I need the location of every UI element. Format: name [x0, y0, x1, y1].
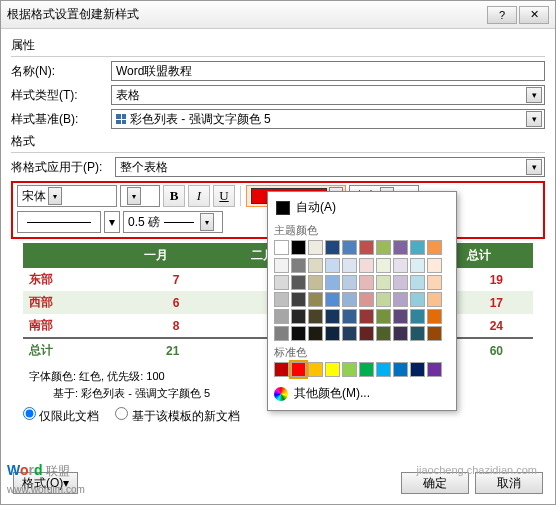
color-swatch[interactable] [427, 326, 442, 341]
palette-icon [274, 387, 288, 401]
chevron-down-icon: ▾ [526, 87, 542, 103]
color-swatch[interactable] [274, 275, 289, 290]
color-swatch[interactable] [291, 292, 306, 307]
italic-button[interactable]: I [188, 185, 210, 207]
color-swatch[interactable] [393, 258, 408, 273]
help-button[interactable]: ? [487, 6, 517, 24]
color-swatch[interactable] [342, 240, 357, 255]
style-type-combo[interactable]: 表格 ▾ [111, 85, 545, 105]
watermark-wordlm: Word 联盟 www.wordlm.com [7, 462, 85, 496]
color-swatch[interactable] [274, 292, 289, 307]
color-swatch[interactable] [342, 292, 357, 307]
more-colors-item[interactable]: 其他颜色(M)... [272, 381, 452, 406]
color-swatch[interactable] [410, 362, 425, 377]
bold-button[interactable]: B [163, 185, 185, 207]
radio-template[interactable]: 基于该模板的新文档 [115, 407, 239, 425]
color-swatch[interactable] [274, 258, 289, 273]
color-swatch[interactable] [393, 292, 408, 307]
color-swatch[interactable] [427, 240, 442, 255]
black-swatch-icon [276, 201, 290, 215]
color-swatch[interactable] [291, 258, 306, 273]
color-swatch[interactable] [325, 309, 340, 324]
color-swatch[interactable] [291, 309, 306, 324]
color-swatch[interactable] [410, 292, 425, 307]
color-swatch[interactable] [410, 258, 425, 273]
label-apply-to: 将格式应用于(P): [11, 159, 115, 176]
style-base-combo[interactable]: 彩色列表 - 强调文字颜色 5 ▾ [111, 109, 545, 129]
color-swatch[interactable] [308, 275, 323, 290]
color-swatch[interactable] [308, 326, 323, 341]
color-swatch[interactable] [342, 275, 357, 290]
color-swatch[interactable] [291, 275, 306, 290]
close-button[interactable]: ✕ [519, 6, 549, 24]
color-swatch[interactable] [359, 292, 374, 307]
color-swatch[interactable] [427, 292, 442, 307]
color-swatch[interactable] [291, 240, 306, 255]
border-weight-combo[interactable]: 0.5 磅 ▾ [123, 211, 223, 233]
color-swatch[interactable] [325, 362, 340, 377]
radio-this-doc[interactable]: 仅限此文档 [23, 407, 99, 425]
color-swatch[interactable] [274, 240, 289, 255]
color-swatch[interactable] [376, 275, 391, 290]
color-swatch[interactable] [325, 292, 340, 307]
color-swatch[interactable] [325, 275, 340, 290]
apply-to-combo[interactable]: 整个表格 ▾ [115, 157, 545, 177]
color-swatch[interactable] [274, 309, 289, 324]
color-swatch[interactable] [342, 258, 357, 273]
color-swatch[interactable] [325, 240, 340, 255]
color-swatch[interactable] [410, 309, 425, 324]
color-swatch[interactable] [359, 362, 374, 377]
color-swatch[interactable] [342, 309, 357, 324]
color-swatch[interactable] [308, 240, 323, 255]
color-picker-popup: 自动(A) 主题颜色 标准色 其他颜色(M)... [267, 191, 457, 411]
color-swatch[interactable] [274, 326, 289, 341]
color-swatch[interactable] [376, 309, 391, 324]
label-style-base: 样式基准(B): [11, 111, 111, 128]
color-swatch[interactable] [325, 258, 340, 273]
section-props: 属性 [11, 37, 545, 57]
color-swatch[interactable] [376, 292, 391, 307]
color-swatch[interactable] [325, 326, 340, 341]
chevron-down-icon[interactable]: ▾ [104, 211, 120, 233]
color-swatch[interactable] [393, 275, 408, 290]
color-swatch[interactable] [291, 326, 306, 341]
color-swatch[interactable] [359, 309, 374, 324]
standard-color-row [272, 362, 452, 377]
color-swatch[interactable] [376, 240, 391, 255]
color-swatch[interactable] [393, 326, 408, 341]
color-swatch[interactable] [291, 362, 306, 377]
color-swatch[interactable] [393, 362, 408, 377]
border-style-combo[interactable] [17, 211, 101, 233]
color-swatch[interactable] [342, 326, 357, 341]
color-swatch[interactable] [427, 258, 442, 273]
color-swatch[interactable] [410, 240, 425, 255]
color-swatch[interactable] [359, 240, 374, 255]
color-swatch[interactable] [342, 362, 357, 377]
name-input[interactable] [111, 61, 545, 81]
color-swatch[interactable] [359, 326, 374, 341]
color-swatch[interactable] [427, 309, 442, 324]
color-swatch[interactable] [376, 326, 391, 341]
underline-button[interactable]: U [213, 185, 235, 207]
auto-color-item[interactable]: 自动(A) [272, 196, 452, 219]
color-swatch[interactable] [393, 240, 408, 255]
font-family-combo[interactable]: 宋体▾ [17, 185, 117, 207]
color-swatch[interactable] [393, 309, 408, 324]
color-swatch[interactable] [427, 275, 442, 290]
color-swatch[interactable] [274, 362, 289, 377]
color-swatch[interactable] [376, 362, 391, 377]
color-swatch[interactable] [376, 258, 391, 273]
color-swatch[interactable] [308, 258, 323, 273]
color-swatch[interactable] [308, 292, 323, 307]
color-swatch[interactable] [410, 326, 425, 341]
theme-color-row [272, 240, 452, 255]
color-swatch[interactable] [308, 309, 323, 324]
font-size-combo[interactable]: ▾ [120, 185, 160, 207]
chevron-down-icon: ▾ [526, 111, 542, 127]
color-swatch[interactable] [359, 258, 374, 273]
color-swatch[interactable] [410, 275, 425, 290]
chevron-down-icon: ▾ [200, 213, 214, 231]
color-swatch[interactable] [308, 362, 323, 377]
color-swatch[interactable] [359, 275, 374, 290]
color-swatch[interactable] [427, 362, 442, 377]
